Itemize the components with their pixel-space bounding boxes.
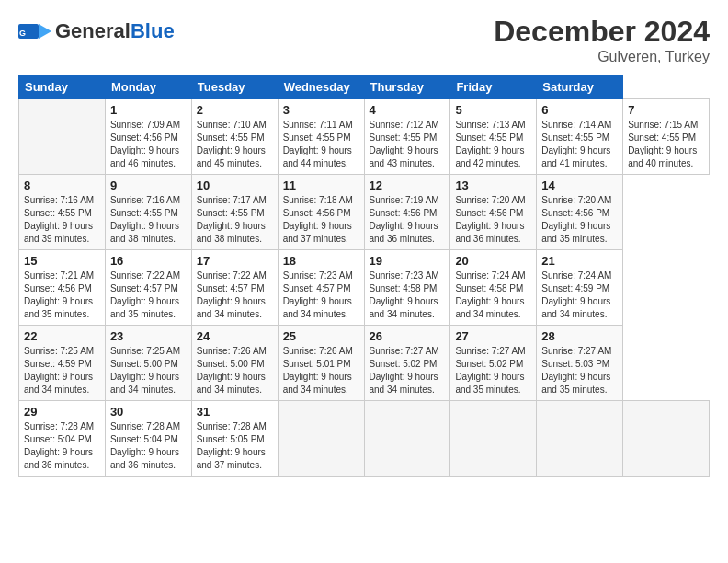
day-info: Sunrise: 7:18 AMSunset: 4:56 PMDaylight:… — [283, 195, 353, 244]
day-number: 8 — [24, 178, 100, 192]
day-number: 15 — [24, 254, 100, 268]
logo: G GeneralBlue — [18, 15, 175, 48]
day-info: Sunrise: 7:27 AMSunset: 5:02 PMDaylight:… — [455, 346, 525, 395]
day-cell-13: 13 Sunrise: 7:20 AMSunset: 4:56 PMDaylig… — [450, 175, 537, 250]
day-info: Sunrise: 7:28 AMSunset: 5:05 PMDaylight:… — [197, 421, 267, 470]
day-number: 10 — [197, 178, 273, 192]
day-cell-11: 11 Sunrise: 7:18 AMSunset: 4:56 PMDaylig… — [278, 175, 364, 250]
day-info: Sunrise: 7:19 AMSunset: 4:56 PMDaylight:… — [370, 195, 439, 244]
day-cell-19: 19 Sunrise: 7:23 AMSunset: 4:58 PMDaylig… — [364, 250, 450, 326]
week-row-3: 22 Sunrise: 7:25 AMSunset: 4:59 PMDaylig… — [19, 326, 710, 401]
day-cell-5: 5 Sunrise: 7:13 AMSunset: 4:55 PMDayligh… — [450, 99, 537, 175]
day-cell-29: 29 Sunrise: 7:28 AMSunset: 5:04 PMDaylig… — [19, 401, 106, 477]
col-header-monday: Monday — [105, 75, 191, 99]
day-number: 22 — [24, 329, 100, 343]
day-info: Sunrise: 7:28 AMSunset: 5:04 PMDaylight:… — [24, 421, 94, 470]
header-row: SundayMondayTuesdayWednesdayThursdayFrid… — [19, 75, 710, 99]
day-number: 31 — [197, 405, 273, 419]
day-number: 3 — [283, 103, 359, 117]
day-number: 17 — [197, 254, 273, 268]
svg-marker-1 — [39, 24, 51, 39]
day-number: 6 — [541, 103, 618, 117]
logo-text: GeneralBlue — [55, 21, 175, 41]
day-number: 13 — [455, 178, 531, 192]
calendar-table: SundayMondayTuesdayWednesdayThursdayFrid… — [18, 75, 710, 477]
day-number: 23 — [110, 329, 187, 343]
day-number: 28 — [541, 329, 618, 343]
week-row-1: 8 Sunrise: 7:16 AMSunset: 4:55 PMDayligh… — [19, 175, 710, 250]
day-number: 16 — [110, 254, 187, 268]
day-number: 9 — [110, 178, 187, 192]
day-info: Sunrise: 7:25 AMSunset: 5:00 PMDaylight:… — [110, 346, 180, 395]
day-number: 26 — [370, 329, 446, 343]
day-number: 19 — [370, 254, 446, 268]
day-info: Sunrise: 7:13 AMSunset: 4:55 PMDaylight:… — [455, 120, 525, 168]
day-info: Sunrise: 7:23 AMSunset: 4:58 PMDaylight:… — [370, 270, 439, 319]
empty-cell — [537, 401, 623, 477]
day-number: 2 — [197, 103, 273, 117]
day-cell-23: 23 Sunrise: 7:25 AMSunset: 5:00 PMDaylig… — [105, 326, 191, 401]
day-number: 14 — [541, 178, 618, 192]
logo-icon: G — [18, 15, 51, 48]
day-cell-6: 6 Sunrise: 7:14 AMSunset: 4:55 PMDayligh… — [537, 99, 623, 175]
day-info: Sunrise: 7:16 AMSunset: 4:55 PMDaylight:… — [24, 195, 94, 244]
day-info: Sunrise: 7:11 AMSunset: 4:55 PMDaylight:… — [283, 120, 353, 168]
calendar-title: December 2024 — [494, 15, 710, 49]
day-cell-4: 4 Sunrise: 7:12 AMSunset: 4:55 PMDayligh… — [364, 99, 450, 175]
day-cell-3: 3 Sunrise: 7:11 AMSunset: 4:55 PMDayligh… — [278, 99, 364, 175]
logo-blue: Blue — [131, 19, 175, 42]
day-cell-2: 2 Sunrise: 7:10 AMSunset: 4:55 PMDayligh… — [191, 99, 278, 175]
day-cell-16: 16 Sunrise: 7:22 AMSunset: 4:57 PMDaylig… — [105, 250, 191, 326]
empty-cell — [364, 401, 450, 477]
day-cell-27: 27 Sunrise: 7:27 AMSunset: 5:02 PMDaylig… — [450, 326, 537, 401]
day-cell-26: 26 Sunrise: 7:27 AMSunset: 5:02 PMDaylig… — [364, 326, 450, 401]
day-number: 20 — [455, 254, 531, 268]
calendar-page: G GeneralBlue December 2024 Gulveren, Tu… — [0, 0, 728, 486]
day-info: Sunrise: 7:15 AMSunset: 4:55 PMDaylight:… — [628, 120, 698, 168]
empty-cell — [278, 401, 364, 477]
col-header-friday: Friday — [450, 75, 537, 99]
day-number: 1 — [110, 103, 187, 117]
day-info: Sunrise: 7:28 AMSunset: 5:04 PMDaylight:… — [110, 421, 180, 470]
day-info: Sunrise: 7:20 AMSunset: 4:56 PMDaylight:… — [541, 195, 611, 244]
day-number: 21 — [541, 254, 618, 268]
day-info: Sunrise: 7:26 AMSunset: 5:00 PMDaylight:… — [197, 346, 267, 395]
day-info: Sunrise: 7:16 AMSunset: 4:55 PMDaylight:… — [110, 195, 180, 244]
day-cell-31: 31 Sunrise: 7:28 AMSunset: 5:05 PMDaylig… — [191, 401, 278, 477]
col-header-tuesday: Tuesday — [191, 75, 278, 99]
day-cell-20: 20 Sunrise: 7:24 AMSunset: 4:58 PMDaylig… — [450, 250, 537, 326]
day-info: Sunrise: 7:23 AMSunset: 4:57 PMDaylight:… — [283, 270, 353, 319]
day-cell-22: 22 Sunrise: 7:25 AMSunset: 4:59 PMDaylig… — [19, 326, 106, 401]
day-number: 30 — [110, 405, 187, 419]
day-number: 27 — [455, 329, 531, 343]
day-number: 4 — [370, 103, 446, 117]
day-info: Sunrise: 7:10 AMSunset: 4:55 PMDaylight:… — [197, 120, 267, 168]
day-cell-18: 18 Sunrise: 7:23 AMSunset: 4:57 PMDaylig… — [278, 250, 364, 326]
col-header-wednesday: Wednesday — [278, 75, 364, 99]
day-cell-7: 7 Sunrise: 7:15 AMSunset: 4:55 PMDayligh… — [623, 99, 710, 175]
day-number: 12 — [370, 178, 446, 192]
day-info: Sunrise: 7:17 AMSunset: 4:55 PMDaylight:… — [197, 195, 267, 244]
col-header-saturday: Saturday — [537, 75, 623, 99]
day-number: 18 — [283, 254, 359, 268]
empty-cell — [19, 99, 106, 175]
day-cell-10: 10 Sunrise: 7:17 AMSunset: 4:55 PMDaylig… — [191, 175, 278, 250]
week-row-0: 1 Sunrise: 7:09 AMSunset: 4:56 PMDayligh… — [19, 99, 710, 175]
day-info: Sunrise: 7:24 AMSunset: 4:58 PMDaylight:… — [455, 270, 525, 319]
col-header-thursday: Thursday — [364, 75, 450, 99]
day-info: Sunrise: 7:12 AMSunset: 4:55 PMDaylight:… — [370, 120, 439, 168]
day-cell-12: 12 Sunrise: 7:19 AMSunset: 4:56 PMDaylig… — [364, 175, 450, 250]
day-number: 11 — [283, 178, 359, 192]
day-cell-17: 17 Sunrise: 7:22 AMSunset: 4:57 PMDaylig… — [191, 250, 278, 326]
day-cell-25: 25 Sunrise: 7:26 AMSunset: 5:01 PMDaylig… — [278, 326, 364, 401]
day-cell-1: 1 Sunrise: 7:09 AMSunset: 4:56 PMDayligh… — [105, 99, 191, 175]
day-cell-24: 24 Sunrise: 7:26 AMSunset: 5:00 PMDaylig… — [191, 326, 278, 401]
day-info: Sunrise: 7:20 AMSunset: 4:56 PMDaylight:… — [455, 195, 525, 244]
calendar-header: G GeneralBlue December 2024 Gulveren, Tu… — [18, 15, 710, 65]
empty-cell — [450, 401, 537, 477]
day-info: Sunrise: 7:24 AMSunset: 4:59 PMDaylight:… — [541, 270, 611, 319]
day-info: Sunrise: 7:25 AMSunset: 4:59 PMDaylight:… — [24, 346, 94, 395]
day-info: Sunrise: 7:27 AMSunset: 5:03 PMDaylight:… — [541, 346, 611, 395]
day-info: Sunrise: 7:26 AMSunset: 5:01 PMDaylight:… — [283, 346, 353, 395]
day-cell-15: 15 Sunrise: 7:21 AMSunset: 4:56 PMDaylig… — [19, 250, 106, 326]
